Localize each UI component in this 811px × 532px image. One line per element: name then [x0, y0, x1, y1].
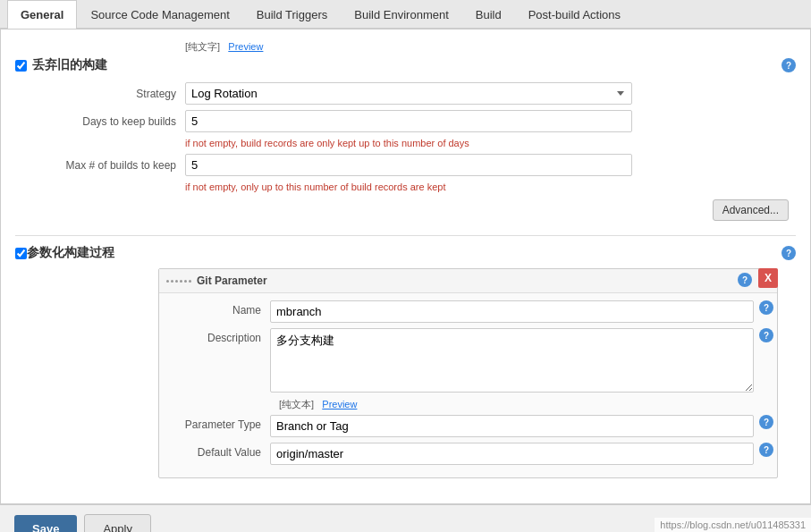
desc-label: Description [163, 328, 270, 344]
delete-button[interactable]: X [758, 268, 778, 288]
tab-postbuild[interactable]: Post-build Actions [515, 0, 634, 29]
plain-text-link[interactable]: [纯文本] [279, 399, 314, 410]
section2-header: 参数化构建过程 ? [15, 245, 796, 261]
section1-help-icon[interactable]: ? [781, 58, 796, 72]
drag-handle[interactable] [166, 280, 191, 283]
days-hint: if not empty, build records are only kep… [15, 138, 796, 148]
git-param-help-icon[interactable]: ? [738, 273, 752, 287]
link-row: [纯文本] Preview [163, 398, 773, 411]
tab-bar: General Source Code Management Build Tri… [0, 0, 811, 29]
default-value-help-icon[interactable]: ? [759, 443, 773, 457]
tab-scm[interactable]: Source Code Management [77, 0, 242, 29]
default-value-label: Default Value [163, 443, 270, 459]
tab-environment[interactable]: Build Environment [341, 0, 462, 29]
param-type-row: Parameter Type Branch or Tag ? [163, 415, 773, 437]
section-discard-builds: 丢弃旧的构建 ? Strategy Log Rotation Days to k… [15, 57, 796, 221]
tab-general[interactable]: General [7, 0, 77, 29]
dot4 [180, 280, 182, 283]
dot1 [166, 280, 169, 283]
max-hint: if not empty, only up to this number of … [15, 182, 796, 192]
section2-title: 参数化构建过程 [27, 245, 114, 261]
strategy-select[interactable]: Log Rotation [185, 82, 632, 105]
main-content: [纯文字] Preview 丢弃旧的构建 ? Strategy Log Rota… [0, 29, 811, 504]
max-input[interactable] [185, 154, 632, 176]
tab-build[interactable]: Build [462, 0, 515, 29]
desc-row: Description 多分支构建 ? [163, 328, 773, 393]
section1-header: 丢弃旧的构建 ? [15, 57, 796, 73]
preview-link[interactable]: Preview [322, 399, 357, 410]
dot3 [175, 280, 178, 283]
param-type-select[interactable]: Branch or Tag [270, 415, 754, 437]
days-input[interactable] [185, 110, 632, 132]
advanced-btn-row: Advanced... [15, 199, 796, 221]
days-row: Days to keep builds [15, 110, 796, 132]
name-help-icon[interactable]: ? [759, 300, 773, 315]
desc-textarea[interactable]: 多分支构建 [270, 328, 754, 393]
section2-checkbox[interactable] [15, 248, 27, 259]
dot5 [184, 280, 187, 283]
section-divider [15, 235, 796, 236]
apply-button[interactable]: Apply [84, 514, 151, 532]
strategy-row: Strategy Log Rotation [15, 82, 796, 105]
git-param-body: Name ? Description 多分支构建 ? [纯文本] Preview [159, 293, 777, 477]
git-param-box: Git Parameter X ? Name ? Description 多分支… [158, 268, 778, 478]
section2-help-icon[interactable]: ? [781, 246, 796, 260]
name-input[interactable] [270, 300, 754, 323]
name-row: Name ? [163, 300, 773, 323]
strategy-label: Strategy [33, 88, 185, 100]
top-preview-link[interactable]: Preview [228, 41, 263, 52]
section-parameterized-build: 参数化构建过程 ? Git Parameter X ? [15, 245, 796, 478]
default-value-input[interactable] [270, 443, 754, 465]
section1-checkbox[interactable] [15, 60, 27, 72]
git-param-title: Git Parameter [197, 274, 267, 287]
section1-title: 丢弃旧的构建 [32, 57, 107, 73]
dot6 [189, 280, 191, 283]
advanced-button[interactable]: Advanced... [713, 199, 789, 221]
param-type-help-icon[interactable]: ? [759, 415, 773, 429]
top-plain-text-link[interactable]: [纯文字] [185, 41, 220, 52]
git-param-header: Git Parameter X ? [159, 269, 777, 293]
max-label: Max # of builds to keep [33, 159, 185, 172]
days-label: Days to keep builds [33, 115, 185, 128]
desc-help-icon[interactable]: ? [759, 328, 773, 342]
dot2 [171, 280, 173, 283]
name-label: Name [163, 300, 270, 317]
status-bar: https://blog.csdn.net/u011485331 [655, 518, 811, 532]
top-preview-row: [纯文字] Preview [15, 40, 796, 54]
tab-triggers[interactable]: Build Triggers [243, 0, 341, 29]
default-value-row: Default Value ? [163, 443, 773, 465]
max-row: Max # of builds to keep [15, 154, 796, 176]
param-type-label: Parameter Type [163, 415, 270, 431]
save-button[interactable]: Save [14, 515, 77, 532]
